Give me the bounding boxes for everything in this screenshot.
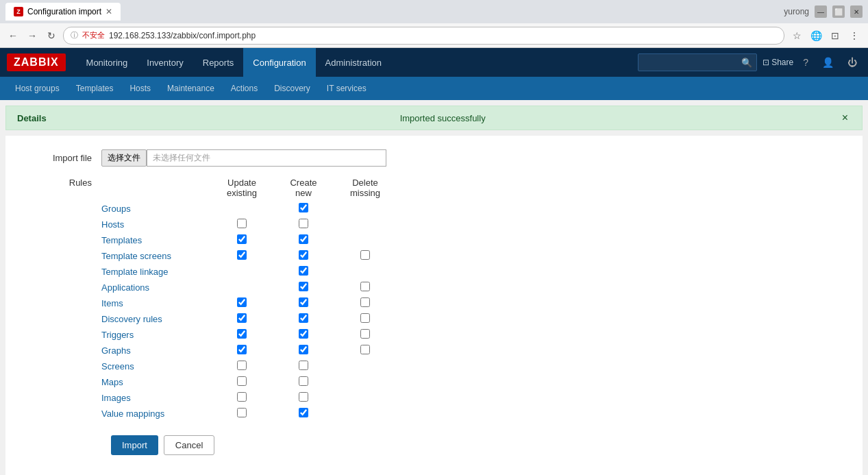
tscreens-create-checkbox[interactable] xyxy=(299,250,308,260)
groups-update-cell xyxy=(211,201,273,217)
main-content: Import file 选择文件 未选择任何文件 Rules Update ex… xyxy=(5,136,863,475)
triggers-delete-checkbox[interactable] xyxy=(360,329,370,339)
share-label: Share xyxy=(771,58,793,67)
groups-create-checkbox[interactable] xyxy=(299,203,308,212)
subnav-discovery[interactable]: Discovery xyxy=(266,77,319,100)
bookmark-button[interactable]: ☆ xyxy=(789,27,805,44)
subnav-actions[interactable]: Actions xyxy=(223,77,266,100)
maximize-button[interactable]: ⬜ xyxy=(832,5,845,18)
tscreens-create-cell xyxy=(273,248,334,264)
forward-button[interactable]: → xyxy=(25,28,40,43)
items-delete-checkbox[interactable] xyxy=(360,297,370,307)
items-update-checkbox[interactable] xyxy=(237,297,247,307)
graphs-delete-checkbox[interactable] xyxy=(360,345,370,354)
table-row: Hosts xyxy=(101,217,396,232)
drules-update-checkbox[interactable] xyxy=(237,313,247,323)
hosts-update-cell xyxy=(211,217,273,232)
file-name-display: 未选择任何文件 xyxy=(147,149,386,167)
subnav-templates[interactable]: Templates xyxy=(68,77,122,100)
vmappings-create-cell xyxy=(273,406,334,422)
tscreens-update-checkbox[interactable] xyxy=(237,250,247,260)
subnav-host-groups[interactable]: Host groups xyxy=(7,77,68,100)
screens-create-cell xyxy=(273,358,334,374)
row-name-items: Items xyxy=(101,295,211,311)
vmappings-create-checkbox[interactable] xyxy=(299,408,308,417)
col-update-existing: Update existing xyxy=(211,175,273,201)
tlinkage-create-checkbox[interactable] xyxy=(299,266,308,276)
file-choose-button[interactable]: 选择文件 xyxy=(101,149,147,167)
cast-button[interactable]: ⊡ xyxy=(827,27,843,44)
nav-administration[interactable]: Administration xyxy=(316,48,391,77)
row-name-template-screens: Template screens xyxy=(101,248,211,264)
templates-update-checkbox[interactable] xyxy=(237,234,247,244)
logout-button[interactable]: ⏻ xyxy=(843,57,861,68)
browser-tab: Z Configuration import ✕ xyxy=(5,3,121,21)
tlinkage-create-cell xyxy=(273,264,334,280)
hosts-delete-cell xyxy=(334,217,396,232)
drules-create-checkbox[interactable] xyxy=(299,313,308,323)
help-button[interactable]: ? xyxy=(799,57,813,68)
col-delete-missing: Delete missing xyxy=(334,175,396,201)
hosts-update-checkbox[interactable] xyxy=(237,219,247,228)
graphs-create-cell xyxy=(273,343,334,358)
maps-update-checkbox[interactable] xyxy=(237,376,247,386)
images-delete-cell xyxy=(334,390,396,406)
menu-button[interactable]: ⋮ xyxy=(846,27,863,44)
images-update-checkbox[interactable] xyxy=(237,392,247,402)
items-create-cell xyxy=(273,295,334,311)
apps-create-checkbox[interactable] xyxy=(299,282,308,291)
graphs-update-checkbox[interactable] xyxy=(237,345,247,354)
tscreens-update-cell xyxy=(211,248,273,264)
close-button[interactable]: ✕ xyxy=(850,5,863,18)
subnav-maintenance[interactable]: Maintenance xyxy=(159,77,223,100)
col-create-new: Create new xyxy=(273,175,334,201)
nav-configuration[interactable]: Configuration xyxy=(243,48,315,77)
nav-reports[interactable]: Reports xyxy=(193,48,244,77)
screens-update-checkbox[interactable] xyxy=(237,361,247,370)
items-create-checkbox[interactable] xyxy=(299,297,308,307)
row-name-images: Images xyxy=(101,390,211,406)
share-button[interactable]: ⊡ Share xyxy=(762,58,793,67)
search-icon[interactable]: 🔍 xyxy=(741,58,752,68)
images-create-checkbox[interactable] xyxy=(299,392,308,402)
globe-button[interactable]: 🌐 xyxy=(808,27,824,44)
back-button[interactable]: ← xyxy=(5,28,21,43)
zabbix-logo[interactable]: ZABBIX xyxy=(7,53,66,71)
row-name-templates: Templates xyxy=(101,232,211,248)
search-input[interactable] xyxy=(643,58,739,67)
apps-delete-checkbox[interactable] xyxy=(360,282,370,291)
triggers-create-checkbox[interactable] xyxy=(299,329,308,339)
maps-create-checkbox[interactable] xyxy=(299,376,308,386)
table-row: Images xyxy=(101,390,396,406)
images-create-cell xyxy=(273,390,334,406)
import-button[interactable]: Import xyxy=(111,435,158,455)
vmappings-update-checkbox[interactable] xyxy=(237,408,247,417)
alert-details-label[interactable]: Details xyxy=(17,113,47,123)
nav-monitoring[interactable]: Monitoring xyxy=(77,48,138,77)
row-name-template-linkage: Template linkage xyxy=(101,264,211,280)
tab-close-button[interactable]: ✕ xyxy=(106,7,112,16)
alert-close-button[interactable]: × xyxy=(839,112,851,124)
triggers-update-checkbox[interactable] xyxy=(237,329,247,339)
rules-section: Rules Update existing Create new Delete … xyxy=(19,175,849,422)
new-tab-area xyxy=(130,3,158,21)
screens-create-checkbox[interactable] xyxy=(299,361,308,370)
tscreens-delete-checkbox[interactable] xyxy=(360,250,370,260)
minimize-button[interactable]: — xyxy=(815,5,827,18)
address-bar[interactable]: ⓘ 不安全 192.168.253.133/zabbix/conf.import… xyxy=(63,27,784,45)
subnav-it-services[interactable]: IT services xyxy=(319,77,375,100)
header-search[interactable]: 🔍 xyxy=(638,53,757,71)
templates-update-cell xyxy=(211,232,273,248)
drules-delete-checkbox[interactable] xyxy=(360,313,370,323)
main-navigation: Monitoring Inventory Reports Configurati… xyxy=(77,48,638,77)
user-profile-button[interactable]: 👤 xyxy=(818,57,838,68)
table-row: Groups xyxy=(101,201,396,217)
templates-create-checkbox[interactable] xyxy=(299,234,308,244)
vmappings-delete-cell xyxy=(334,406,396,422)
hosts-create-checkbox[interactable] xyxy=(299,219,308,228)
reload-button[interactable]: ↻ xyxy=(44,28,59,43)
nav-inventory[interactable]: Inventory xyxy=(137,48,193,77)
graphs-create-checkbox[interactable] xyxy=(299,345,308,354)
cancel-button[interactable]: Cancel xyxy=(164,435,214,455)
subnav-hosts[interactable]: Hosts xyxy=(121,77,159,100)
